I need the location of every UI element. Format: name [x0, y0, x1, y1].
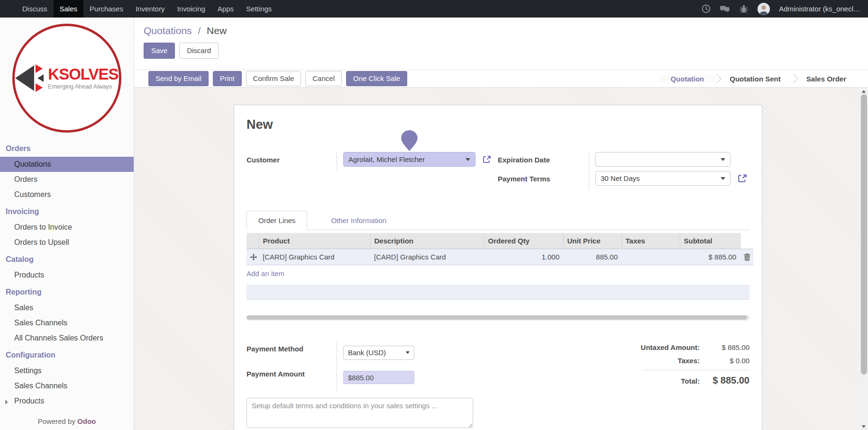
action-bar: Send by Email Print Confirm Sale Cancel … — [134, 70, 868, 88]
expiration-date-label: Expiration Date — [498, 152, 589, 171]
confirm-sale-button[interactable]: Confirm Sale — [246, 71, 302, 86]
cell-product[interactable]: [CARD] Graphics Card — [259, 249, 370, 265]
payment-amount-input[interactable] — [343, 371, 414, 384]
chat-icon[interactable] — [720, 5, 730, 13]
sidebar-item-orders-to-upsell[interactable]: Orders to Upsell — [0, 235, 134, 250]
cell-taxes[interactable] — [621, 249, 680, 265]
status-pipeline: Quotation Quotation Sent Sales Order — [659, 70, 858, 87]
send-by-email-button[interactable]: Send by Email — [148, 71, 209, 86]
table-row[interactable]: [CARD] Graphics Card [CARD] Graphics Car… — [247, 249, 753, 265]
logo-tagline: Emerging Ahead Always — [48, 83, 118, 90]
menu-heading-reporting: Reporting — [0, 283, 134, 300]
one-click-sale-button[interactable]: One Click Sale — [346, 71, 407, 86]
user-avatar[interactable] — [758, 3, 770, 15]
taxes-value: $ 0.00 — [700, 357, 749, 365]
sidebar-item-sales-channels-report[interactable]: Sales Channels — [0, 315, 134, 331]
tab-other-information[interactable]: Other Information — [320, 211, 398, 230]
total-value: $ 885.00 — [700, 375, 749, 386]
customer-label: Customer — [247, 152, 337, 171]
payment-terms-select[interactable]: 30 Net Days — [595, 171, 731, 186]
cell-ordered-qty[interactable]: 1.000 — [484, 249, 563, 265]
handle-column-header — [247, 233, 259, 249]
cancel-button[interactable]: Cancel — [305, 71, 342, 86]
horizontal-scrollbar — [247, 315, 749, 321]
nav-apps[interactable]: Apps — [211, 0, 240, 18]
totals-block: Untaxed Amount: $ 885.00 Taxes: $ 0.00 T… — [593, 343, 749, 391]
logo-brand-text: KSOLVES — [48, 66, 118, 82]
menu-heading-catalog: Catalog — [0, 250, 134, 268]
payment-group: Payment Method Bank (USD) Payment Amount — [247, 341, 460, 391]
customer-select[interactable]: Agrolait, Michel Fletcher — [343, 152, 475, 167]
external-link-icon[interactable] — [737, 173, 748, 184]
menu-heading-invoicing: Invoicing — [0, 202, 134, 220]
form-sheet: New Customer Agrolait, Michel Fletcher E… — [234, 105, 762, 430]
bug-icon[interactable] — [739, 4, 749, 14]
main-area: Quotations / New Save Discard Send by Em… — [134, 18, 868, 430]
subtotal-column-header: Subtotal — [680, 233, 740, 249]
drag-handle-icon[interactable] — [247, 249, 259, 265]
sidebar-item-sales-report[interactable]: Sales — [0, 300, 134, 315]
nav-settings[interactable]: Settings — [240, 0, 278, 18]
expiration-date-select[interactable] — [595, 152, 731, 167]
breadcrumb-current: New — [207, 25, 227, 36]
sidebar-item-customers[interactable]: Customers — [0, 187, 134, 202]
stage-quotation[interactable]: Quotation — [659, 75, 715, 83]
breadcrumb-quotations-link[interactable]: Quotations — [144, 25, 192, 36]
sidebar-item-settings[interactable]: Settings — [0, 363, 134, 378]
sidebar-item-products-config[interactable]: Products — [0, 394, 134, 409]
taxes-label: Taxes: — [678, 357, 700, 365]
discard-button[interactable]: Discard — [179, 43, 219, 59]
unit-price-column-header: Unit Price — [563, 233, 621, 249]
horizontal-scrollbar-thumb[interactable] — [247, 315, 747, 320]
sidebar: KSOLVES Emerging Ahead Always Orders Quo… — [0, 18, 134, 430]
payment-terms-label: Payment Terms — [498, 171, 589, 190]
scroll-down-arrow-icon[interactable] — [862, 425, 866, 428]
external-link-icon[interactable] — [482, 155, 492, 164]
clock-icon[interactable] — [702, 4, 711, 13]
chevron-right-icon[interactable] — [5, 400, 8, 404]
powered-by-odoo: Powered by Odoo — [0, 413, 134, 430]
tab-order-lines[interactable]: Order Lines — [247, 211, 307, 230]
ksolves-logo-mark-icon — [15, 64, 44, 92]
nav-purchases[interactable]: Purchases — [83, 0, 129, 18]
sidebar-item-orders[interactable]: Orders — [0, 172, 134, 187]
scroll-up-arrow-icon[interactable] — [862, 90, 866, 93]
vertical-scrollbar — [860, 88, 868, 430]
chevron-down-icon — [721, 177, 725, 180]
sidebar-item-quotations[interactable]: Quotations — [0, 157, 134, 172]
cell-unit-price[interactable]: 885.00 — [563, 249, 621, 265]
nav-invoicing[interactable]: Invoicing — [171, 0, 211, 18]
taxes-column-header: Taxes — [621, 233, 680, 249]
nav-discuss[interactable]: Discuss — [16, 0, 54, 18]
terms-and-conditions-textarea[interactable] — [247, 398, 473, 428]
sidebar-item-all-channels-sales-orders[interactable]: All Channels Sales Orders — [0, 331, 134, 346]
form-view-background: New Customer Agrolait, Michel Fletcher E… — [134, 88, 860, 430]
nav-inventory[interactable]: Inventory — [129, 0, 171, 18]
payment-method-select[interactable]: Bank (USD) — [343, 346, 414, 360]
print-button[interactable]: Print — [213, 71, 242, 86]
total-label: Total: — [681, 377, 700, 385]
product-column-header: Product — [259, 233, 370, 249]
top-navbar: Discuss Sales Purchases Inventory Invoic… — [0, 0, 868, 18]
save-button[interactable]: Save — [144, 43, 175, 59]
delete-row-trash-icon[interactable] — [740, 249, 753, 265]
sidebar-item-sales-channels-config[interactable]: Sales Channels — [0, 378, 134, 394]
order-lines-table: Product Description Ordered Qty Unit Pri… — [247, 233, 753, 265]
delete-column-header — [740, 233, 753, 249]
stage-quotation-sent[interactable]: Quotation Sent — [718, 75, 792, 83]
cell-description[interactable]: [CARD] Graphics Card — [370, 249, 484, 265]
menu-heading-configuration: Configuration — [0, 346, 134, 363]
cell-subtotal: $ 885.00 — [680, 249, 740, 265]
vertical-scrollbar-thumb[interactable] — [861, 94, 867, 375]
stage-sales-order[interactable]: Sales Order — [795, 75, 858, 83]
sidebar-item-orders-to-invoice[interactable]: Orders to Invoice — [0, 220, 134, 235]
description-column-header: Description — [370, 233, 484, 249]
nav-sales[interactable]: Sales — [54, 0, 84, 18]
user-menu[interactable]: Administrator (ks_onecl… — [779, 5, 860, 13]
sidebar-item-products[interactable]: Products — [0, 268, 134, 283]
navbar-apps: Discuss Sales Purchases Inventory Invoic… — [16, 0, 278, 18]
chevron-down-icon — [721, 158, 725, 161]
record-title: New — [247, 117, 749, 132]
add-an-item-link[interactable]: Add an item — [247, 269, 284, 278]
odoo-brand-link[interactable]: Odoo — [77, 417, 96, 425]
